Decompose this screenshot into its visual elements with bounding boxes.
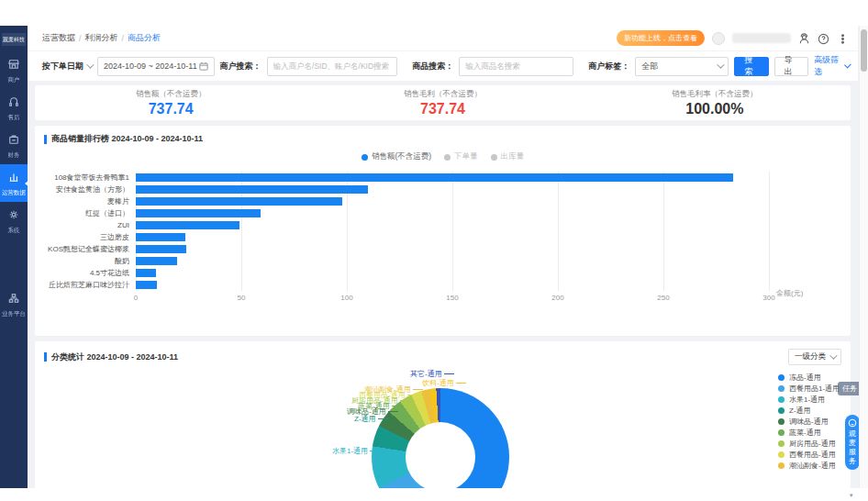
bar-row: 三边磨皮 xyxy=(44,231,841,243)
category-level-label: 一级分类 xyxy=(795,351,826,362)
product-ranking-card: 商品销量排行榜 2024-10-09 - 2024-10-11 销售额(不含运费… xyxy=(35,126,851,336)
avatar[interactable] xyxy=(712,32,725,45)
pie-legend: 冻品-通用西餐用品1-通用水果1-通用Z-通用调味品-通用蔬菜-通用厨房用品-通… xyxy=(778,372,840,471)
legend-item[interactable]: 销售额(不含运费) xyxy=(362,151,431,162)
new-feature-badge[interactable]: 新功能上线，点击查看 xyxy=(617,30,705,46)
stat-value: 737.74 xyxy=(306,101,578,117)
legend-dot xyxy=(778,418,785,425)
sidebar-item-merchant[interactable]: 商户 xyxy=(0,51,28,89)
merchant-tag-value: 全部 xyxy=(641,61,658,72)
headset-icon xyxy=(8,95,19,111)
breadcrumb-separator: / xyxy=(122,34,125,43)
bar[interactable] xyxy=(136,197,342,206)
pie-legend-item[interactable]: 冻品-通用 xyxy=(778,372,840,383)
legend-label: 水果1-通用 xyxy=(789,395,825,405)
calendar-icon xyxy=(199,61,208,71)
bar[interactable] xyxy=(136,269,156,277)
pie-legend-item[interactable]: 厨房用品-通用 xyxy=(778,438,840,449)
donut-callout-label: Z-通用 xyxy=(354,414,388,424)
sidebar-item-system[interactable]: 系统 xyxy=(0,202,28,239)
sidebar-item-business-platform[interactable]: 业务平台 xyxy=(0,285,28,323)
more-menu-icon[interactable] xyxy=(837,32,849,44)
app-window: 观麦科技 商户 售后 财务 运营数据 系统 业务平台 运营数据 xyxy=(0,26,868,488)
bar-track xyxy=(136,221,769,229)
x-tick-label: 50 xyxy=(238,294,246,302)
stat-value: 737.74 xyxy=(35,101,306,117)
bar[interactable] xyxy=(136,185,368,194)
bar-track xyxy=(136,281,769,289)
legend-label: 蔬菜-通用 xyxy=(789,428,821,438)
sidebar-item-finance[interactable]: 财务 xyxy=(0,127,28,164)
bar[interactable] xyxy=(136,233,185,241)
advanced-filter-toggle[interactable]: 高级筛选 xyxy=(814,54,849,78)
bar[interactable] xyxy=(136,257,177,265)
pie-legend-item[interactable]: 西餐用品1-通用 xyxy=(778,383,840,394)
bar-row: KOS甄想记全蝶蜜达椰浆 xyxy=(44,243,841,255)
bar[interactable] xyxy=(136,221,239,229)
donut-hole xyxy=(406,422,475,488)
callout-leader-line xyxy=(444,373,454,374)
breadcrumb: 运营数据 / 利润分析 / 商品分析 xyxy=(42,32,161,44)
service-widget-char: 务 xyxy=(849,457,856,466)
search-button[interactable]: 搜索 xyxy=(734,57,768,76)
x-axis-unit-label: 金额(元) xyxy=(776,288,803,298)
scrollbar-thumb[interactable] xyxy=(861,29,867,72)
bar-row: 4.5寸花边纸 xyxy=(44,267,841,279)
merchant-search-input[interactable] xyxy=(267,57,398,76)
page-scrollbar[interactable] xyxy=(859,26,868,488)
callout-text: Z-通用 xyxy=(354,414,376,424)
bar[interactable] xyxy=(136,281,157,289)
bar-category-label: 安佳食盐黄油（方形） xyxy=(44,184,136,195)
legend-dot xyxy=(778,396,785,403)
pie-legend-item[interactable]: 西餐用品-通用 xyxy=(778,449,840,460)
bar-track xyxy=(136,269,769,277)
section-header: 分类统计 2024-10-09 - 2024-10-11 一级分类 xyxy=(35,341,851,365)
breadcrumb-item[interactable]: 运营数据 xyxy=(42,32,75,44)
stat-gross-margin: 销售毛利率（不含运费） 100.00% xyxy=(579,89,851,117)
pie-legend-item[interactable]: Z-通用 xyxy=(778,405,840,416)
bar[interactable] xyxy=(136,245,186,253)
sidebar-item-label: 运营数据 xyxy=(2,188,26,196)
legend-dot xyxy=(778,451,785,458)
pie-legend-item[interactable]: 水果1-通用 xyxy=(778,394,840,405)
legend-dot xyxy=(778,385,785,392)
sidebar-item-operation-data[interactable]: 运营数据 xyxy=(0,164,28,202)
scroll-hint-icon[interactable]: ▾ xyxy=(850,492,853,499)
service-widget-char: 麦 xyxy=(849,439,856,448)
merchant-tag-label: 商户标签： xyxy=(588,61,629,72)
accent-bar xyxy=(44,135,47,144)
date-range-picker[interactable]: 2024-10-09 ~ 2024-10-11 xyxy=(97,57,215,76)
product-search-input[interactable] xyxy=(459,57,573,76)
bar-category-label: 酸奶 xyxy=(44,256,136,266)
breadcrumb-separator: / xyxy=(79,34,82,43)
pie-legend-item[interactable]: 调味品-通用 xyxy=(778,416,840,427)
stat-label: 销售毛利（不含运费） xyxy=(306,89,578,100)
sidebar-item-aftersale[interactable]: 售后 xyxy=(0,89,28,127)
legend-item[interactable]: 下单量 xyxy=(444,151,478,162)
service-floating-button[interactable]: 观麦服务 xyxy=(845,415,860,470)
callout-text: 水果1-通用 xyxy=(332,446,368,456)
merchant-tag-select[interactable]: 全部 xyxy=(635,57,729,76)
bar[interactable] xyxy=(136,173,733,182)
bar-category-label: 4.5寸花边纸 xyxy=(44,268,136,278)
export-button[interactable]: 导出 xyxy=(774,57,808,76)
breadcrumb-item[interactable]: 利润分析 xyxy=(85,32,118,44)
legend-dot xyxy=(778,407,785,414)
pie-legend-item[interactable]: 蔬菜-通用 xyxy=(778,427,840,438)
support-icon[interactable] xyxy=(798,32,810,44)
storefront-icon xyxy=(8,57,19,73)
bar-row: 麦棒片 xyxy=(44,195,841,207)
pie-legend-item[interactable]: 潮汕副食-通用 xyxy=(778,460,840,471)
stat-gross-profit: 销售毛利（不含运费） 737.74 xyxy=(306,89,578,117)
date-type-select[interactable]: 按下单日期 xyxy=(42,61,92,72)
username-redacted xyxy=(732,33,791,43)
callout-leader-line xyxy=(370,451,380,451)
category-level-select[interactable]: 一级分类 xyxy=(788,349,841,365)
merchant-search-label: 商户搜索： xyxy=(220,61,262,72)
callout-leader-line xyxy=(378,418,388,419)
accent-bar xyxy=(44,352,47,362)
legend-item[interactable]: 出库量 xyxy=(491,151,525,162)
help-icon[interactable] xyxy=(818,32,829,44)
bar[interactable] xyxy=(136,209,261,217)
legend-dot xyxy=(362,154,368,161)
